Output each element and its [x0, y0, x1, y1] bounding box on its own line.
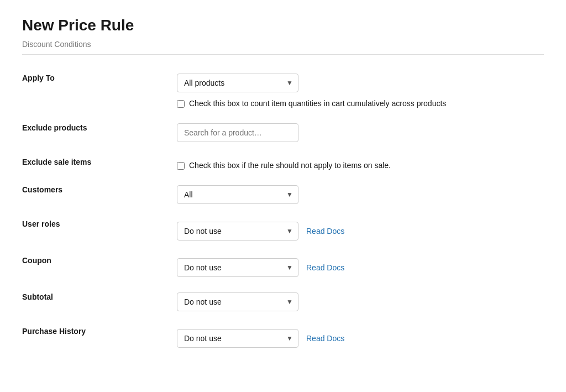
- exclude-products-input[interactable]: [177, 123, 298, 142]
- purchase-history-label: Purchase History: [22, 327, 86, 336]
- purchase-history-row: Purchase History Do not use ▼ Read Docs: [22, 319, 544, 356]
- apply-to-select[interactable]: All products Specific products Product c…: [177, 74, 298, 92]
- purchase-history-read-docs[interactable]: Read Docs: [306, 334, 344, 343]
- purchase-history-select-wrapper: Do not use ▼: [177, 329, 298, 348]
- apply-to-select-wrapper: All products Specific products Product c…: [177, 74, 298, 92]
- divider: [22, 54, 544, 55]
- coupon-label: Coupon: [22, 256, 51, 265]
- purchase-history-select[interactable]: Do not use: [177, 329, 298, 348]
- customers-row: Customers All Specific customers Guest o…: [22, 177, 544, 212]
- customers-select[interactable]: All Specific customers Guest only Logged…: [177, 185, 298, 204]
- discount-conditions-form: Apply To All products Specific products …: [22, 66, 544, 356]
- coupon-row: Coupon Do not use ▼ Read Docs: [22, 248, 544, 285]
- subtotal-select-wrapper: Do not use ▼: [177, 292, 298, 311]
- user-roles-field-row: Do not use ▼ Read Docs: [177, 222, 544, 241]
- exclude-sale-items-row: Exclude sale items Check this box if the…: [22, 150, 544, 177]
- user-roles-label: User roles: [22, 219, 60, 228]
- exclude-products-label: Exclude products: [22, 123, 87, 132]
- cumulative-qty-label: Check this box to count item quantities …: [189, 99, 446, 108]
- page-title: New Price Rule: [22, 17, 544, 34]
- coupon-select-wrapper: Do not use ▼: [177, 258, 298, 277]
- customers-select-wrapper: All Specific customers Guest only Logged…: [177, 185, 298, 204]
- user-roles-select[interactable]: Do not use: [177, 222, 298, 241]
- apply-to-label: Apply To: [22, 74, 55, 82]
- coupon-field-row: Do not use ▼ Read Docs: [177, 258, 544, 277]
- coupon-read-docs[interactable]: Read Docs: [306, 263, 344, 272]
- customers-label: Customers: [22, 185, 62, 194]
- user-roles-row: User roles Do not use ▼ Read Docs: [22, 212, 544, 248]
- cumulative-qty-checkbox[interactable]: [177, 100, 185, 108]
- purchase-history-field-row: Do not use ▼ Read Docs: [177, 329, 544, 348]
- exclude-products-row: Exclude products: [22, 116, 544, 150]
- section-heading: Discount Conditions: [22, 40, 544, 49]
- user-roles-read-docs[interactable]: Read Docs: [306, 227, 344, 236]
- user-roles-select-wrapper: Do not use ▼: [177, 222, 298, 241]
- apply-to-row: Apply To All products Specific products …: [22, 66, 544, 116]
- subtotal-select[interactable]: Do not use: [177, 292, 298, 311]
- subtotal-label: Subtotal: [22, 292, 53, 301]
- exclude-sale-items-label: Exclude sale items: [22, 158, 91, 166]
- coupon-select[interactable]: Do not use: [177, 258, 298, 277]
- exclude-sale-items-checkbox[interactable]: [177, 162, 185, 170]
- exclude-sale-items-checkbox-label: Check this box if the rule should not ap…: [189, 161, 391, 170]
- subtotal-row: Subtotal Do not use ▼: [22, 285, 544, 319]
